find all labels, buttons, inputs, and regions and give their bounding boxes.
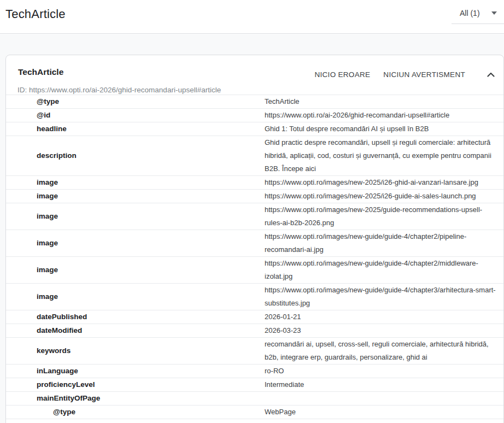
table-row: datePublished 2026-01-21 bbox=[6, 310, 503, 324]
property-value: Intermediate bbox=[265, 378, 503, 391]
table-row: @type WebPage bbox=[6, 405, 503, 419]
property-name: @type bbox=[6, 95, 265, 108]
table-row: image https://www.opti.ro/images/new-202… bbox=[6, 175, 503, 189]
property-value: 2026-03-23 bbox=[265, 324, 503, 337]
property-name: image bbox=[6, 190, 265, 203]
property-value bbox=[265, 392, 503, 405]
property-value: https://www.opti.ro/images/new-2025/i26-… bbox=[265, 176, 503, 189]
table-row: @type TechArticle bbox=[6, 95, 503, 108]
property-name: datePublished bbox=[6, 310, 265, 324]
property-value: Ghid practic despre recomandări, upsell … bbox=[265, 136, 503, 175]
table-row: @id https://www.opti.ro/ai-2026/ghid-rec… bbox=[6, 419, 503, 423]
property-value: https://www.opti.ro/images/new-2025/i26-… bbox=[265, 190, 503, 203]
table-row: image https://www.opti.ro/images/new-gui… bbox=[6, 230, 503, 256]
page-title: TechArticle bbox=[5, 7, 66, 21]
property-name: proficiencyLevel bbox=[6, 378, 265, 391]
property-name: headline bbox=[6, 122, 265, 136]
table-row: image https://www.opti.ro/images/new-202… bbox=[6, 203, 503, 230]
entity-id: ID: https://www.opti.ro/ai-2026/ghid-rec… bbox=[17, 86, 496, 94]
property-value: https://www.opti.ro/ai-2026/ghid-recoman… bbox=[265, 419, 503, 423]
table-row: keywords recomandări ai, upsell, cross-s… bbox=[6, 337, 503, 364]
filter-label: All (1) bbox=[460, 9, 480, 17]
property-value: https://www.opti.ro/images/new-2025/guid… bbox=[265, 203, 503, 230]
table-row: proficiencyLevel Intermediate bbox=[6, 378, 503, 391]
property-value: WebPage bbox=[265, 406, 503, 419]
property-value: https://www.opti.ro/images/new-guide/gui… bbox=[265, 257, 503, 283]
status-area: NICIO EROARE NICIUN AVERTISMENT bbox=[314, 65, 496, 79]
property-name: keywords bbox=[6, 338, 265, 364]
property-name: mainEntityOfPage bbox=[6, 392, 265, 405]
property-name: inLanguage bbox=[6, 365, 265, 378]
entity-type-title: TechArticle bbox=[18, 67, 63, 77]
property-name: @id bbox=[6, 419, 265, 423]
property-value: Ghid 1: Totul despre recomandări AI și u… bbox=[265, 122, 503, 136]
table-row: @id https://www.opti.ro/ai-2026/ghid-rec… bbox=[6, 108, 503, 122]
property-name: image bbox=[6, 257, 265, 283]
property-table: @type TechArticle @id https://www.opti.r… bbox=[6, 95, 503, 423]
filter-dropdown[interactable]: All (1) bbox=[452, 6, 504, 24]
property-name: image bbox=[6, 284, 265, 310]
table-row: image https://www.opti.ro/images/new-gui… bbox=[6, 283, 503, 310]
top-bar: TechArticle All (1) bbox=[0, 0, 504, 34]
property-name: dateModified bbox=[6, 324, 265, 337]
card-header: TechArticle NICIO EROARE NICIUN AVERTISM… bbox=[6, 55, 503, 95]
property-value: TechArticle bbox=[265, 95, 503, 108]
property-value: https://www.opti.ro/images/new-guide/gui… bbox=[265, 284, 503, 310]
no-warnings-label: NICIUN AVERTISMENT bbox=[383, 70, 465, 79]
property-name: image bbox=[6, 230, 265, 256]
chevron-up-icon bbox=[487, 72, 495, 77]
table-row: headline Ghid 1: Totul despre recomandăr… bbox=[6, 122, 503, 136]
property-name: image bbox=[6, 203, 265, 230]
result-card: TechArticle NICIO EROARE NICIUN AVERTISM… bbox=[5, 55, 504, 423]
property-value: https://www.opti.ro/images/new-guide/gui… bbox=[265, 230, 503, 256]
collapse-button[interactable] bbox=[486, 71, 496, 78]
table-row: mainEntityOfPage bbox=[6, 391, 503, 405]
table-row: image https://www.opti.ro/images/new-gui… bbox=[6, 256, 503, 283]
table-row: description Ghid practic despre recomand… bbox=[6, 136, 503, 175]
property-value: 2026-01-21 bbox=[265, 310, 503, 324]
table-row: dateModified 2026-03-23 bbox=[6, 324, 503, 337]
property-name: @id bbox=[6, 109, 265, 122]
property-name: image bbox=[6, 176, 265, 189]
property-name: description bbox=[6, 136, 265, 175]
arrow-drop-down-icon bbox=[491, 11, 497, 15]
table-row: inLanguage ro-RO bbox=[6, 364, 503, 378]
property-name: @type bbox=[6, 406, 265, 419]
property-value: ro-RO bbox=[265, 365, 503, 378]
table-row: image https://www.opti.ro/images/new-202… bbox=[6, 189, 503, 203]
property-value: recomandări ai, upsell, cross-sell, regu… bbox=[265, 338, 503, 364]
no-errors-label: NICIO EROARE bbox=[314, 70, 370, 79]
property-value: https://www.opti.ro/ai-2026/ghid-recoman… bbox=[265, 109, 503, 122]
